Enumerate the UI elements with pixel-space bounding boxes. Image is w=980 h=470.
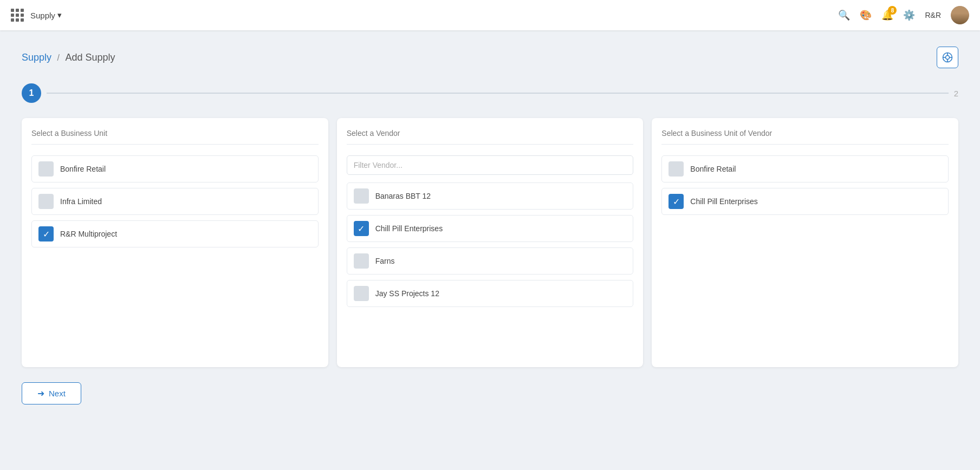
top-navigation: Supply ▾ 🔍 🎨 🔔 8 ⚙️ R&R xyxy=(0,0,980,30)
item-label-jay-ss: Jay SS Projects 12 xyxy=(375,289,439,298)
breadcrumb-path: Supply / Add Supply xyxy=(22,52,115,63)
list-item[interactable]: Jay SS Projects 12 xyxy=(347,280,634,307)
settings-icon[interactable]: ⚙️ xyxy=(903,9,915,21)
business-unit-title: Select a Business Unit xyxy=(31,129,319,145)
checkbox-vbu-bonfire[interactable] xyxy=(669,161,684,177)
breadcrumb: Supply / Add Supply xyxy=(22,47,958,68)
item-label-vbu-chill-pill: Chill Pill Enterprises xyxy=(690,197,757,206)
checkbox-bonfire-retail[interactable] xyxy=(38,161,54,177)
app-dropdown-arrow: ▾ xyxy=(57,10,62,20)
step-indicator: 1 2 xyxy=(22,83,958,103)
item-label-farns: Farns xyxy=(375,257,395,265)
panels-container: Select a Business Unit Bonfire Retail In… xyxy=(22,118,958,367)
help-button[interactable] xyxy=(937,47,958,68)
business-unit-panel: Select a Business Unit Bonfire Retail In… xyxy=(22,118,328,367)
breadcrumb-separator: / xyxy=(57,53,60,62)
breadcrumb-current: Add Supply xyxy=(65,52,115,63)
business-unit-list: Bonfire Retail Infra Limited ✓ R&R Multi… xyxy=(31,155,319,247)
palette-icon[interactable]: 🎨 xyxy=(860,9,872,21)
vendor-business-unit-list: Bonfire Retail ✓ Chill Pill Enterprises xyxy=(661,155,949,215)
vendor-list: Banaras BBT 12 ✓ Chill Pill Enterprises … xyxy=(347,182,634,312)
next-button-label: Next xyxy=(49,389,66,398)
vendor-business-unit-panel: Select a Business Unit of Vendor Bonfire… xyxy=(652,118,958,367)
vendor-title: Select a Vendor xyxy=(347,129,634,145)
next-button[interactable]: ➜ Next xyxy=(22,382,81,404)
help-circle-icon xyxy=(942,52,953,63)
svg-point-1 xyxy=(946,56,950,60)
search-icon[interactable]: 🔍 xyxy=(838,9,850,21)
item-label-chill-pill: Chill Pill Enterprises xyxy=(375,224,443,233)
next-arrow-icon: ➜ xyxy=(37,388,44,399)
vendor-panel: Select a Vendor Banaras BBT 12 ✓ Chill P… xyxy=(337,118,644,367)
list-item[interactable]: ✓ Chill Pill Enterprises xyxy=(347,215,634,242)
step-line xyxy=(47,93,949,94)
notification-badge: 8 xyxy=(888,6,897,15)
list-item[interactable]: Farns xyxy=(347,247,634,275)
app-grid-icon[interactable] xyxy=(11,9,24,22)
nav-left: Supply ▾ xyxy=(11,9,62,22)
user-label: R&R xyxy=(925,11,941,19)
item-label-banaras: Banaras BBT 12 xyxy=(375,192,431,200)
list-item[interactable]: Infra Limited xyxy=(31,188,319,215)
checkmark-icon: ✓ xyxy=(43,229,50,239)
vendor-business-unit-title: Select a Business Unit of Vendor xyxy=(661,129,949,145)
checkbox-infra-limited[interactable] xyxy=(38,194,54,209)
list-item[interactable]: ✓ R&R Multiproject xyxy=(31,220,319,247)
list-item[interactable]: Bonfire Retail xyxy=(661,155,949,182)
checkbox-chill-pill[interactable]: ✓ xyxy=(354,221,369,236)
app-name-button[interactable]: Supply ▾ xyxy=(30,10,62,20)
checkbox-rnr-multiproject[interactable]: ✓ xyxy=(38,226,54,241)
breadcrumb-link[interactable]: Supply xyxy=(22,52,51,63)
notification-icon[interactable]: 🔔 8 xyxy=(881,9,893,21)
checkbox-vbu-chill-pill[interactable]: ✓ xyxy=(669,194,684,209)
item-label-bonfire-retail: Bonfire Retail xyxy=(60,165,106,173)
list-item[interactable]: Banaras BBT 12 xyxy=(347,182,634,210)
item-label-rnr-multiproject: R&R Multiproject xyxy=(60,230,117,238)
checkbox-farns[interactable] xyxy=(354,253,369,269)
step-2-label: 2 xyxy=(954,89,958,98)
list-item[interactable]: Bonfire Retail xyxy=(31,155,319,182)
step-1-circle: 1 xyxy=(22,83,41,103)
checkmark-icon: ✓ xyxy=(673,197,680,207)
user-avatar[interactable] xyxy=(951,6,969,24)
list-item[interactable]: ✓ Chill Pill Enterprises xyxy=(661,188,949,215)
vendor-filter-container xyxy=(347,155,634,175)
app-name-label: Supply xyxy=(30,11,55,20)
vendor-filter-input[interactable] xyxy=(347,155,634,175)
checkbox-jay-ss[interactable] xyxy=(354,286,369,301)
checkbox-banaras[interactable] xyxy=(354,188,369,204)
main-content: Supply / Add Supply 1 2 Select a Busines… xyxy=(0,30,980,421)
item-label-vbu-bonfire: Bonfire Retail xyxy=(690,165,736,173)
item-label-infra-limited: Infra Limited xyxy=(60,197,102,206)
checkmark-icon: ✓ xyxy=(358,224,365,234)
nav-right: 🔍 🎨 🔔 8 ⚙️ R&R xyxy=(838,6,969,24)
